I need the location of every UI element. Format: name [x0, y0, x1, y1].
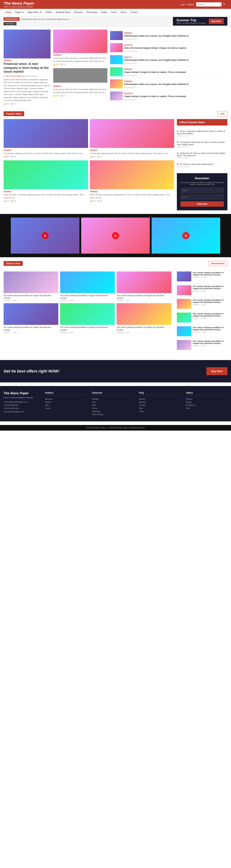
editors-item: Orci varius natoque penatibus et magnis …: [60, 303, 115, 333]
most-popular-num: 4.: [177, 162, 179, 165]
search-button[interactable]: 🔍: [222, 2, 227, 6]
footer-link[interactable]: Luxury: [45, 407, 51, 409]
footer-link[interactable]: Golf: [92, 401, 95, 403]
nav-health[interactable]: Health: [99, 9, 109, 16]
world-news-title[interactable]: Orci varius natoque penatibus et magnis …: [193, 313, 227, 317]
world-news-item: Orci varius natoque penatibus et magnis …: [177, 313, 227, 324]
right-news-img: [110, 91, 123, 100]
right-news-title[interactable]: Pellentesque mattis arcu massa, nec frin…: [124, 83, 189, 86]
right-news-title[interactable]: Sed a elit eiusmod augue semper congue s…: [124, 47, 186, 50]
play-button-1[interactable]: [41, 232, 49, 239]
info-badge: Info: [218, 111, 227, 116]
newsletter-subscribe-button[interactable]: Subscribe: [180, 201, 224, 207]
footer-link[interactable]: Horse Racing: [92, 413, 103, 415]
right-news-title[interactable]: Pellentesque mattis arcu massa, nec frin…: [124, 59, 189, 62]
video-thumb-1[interactable]: [11, 218, 79, 254]
list-item: Markets: [45, 401, 87, 404]
footer-link[interactable]: Aviation: [139, 398, 145, 400]
nav-travel[interactable]: Travel: [109, 9, 119, 16]
breaking-badge: Breaking News: [4, 17, 20, 21]
footer-link[interactable]: Tech: [45, 404, 49, 406]
nav-breaking[interactable]: Breaking News: [54, 9, 72, 16]
newsletter-name-input[interactable]: [180, 188, 224, 193]
editors-item-title[interactable]: Orci varius natoque penatibus et magnis …: [60, 294, 115, 300]
nav-business[interactable]: Business: [72, 9, 85, 16]
footer-link[interactable]: Luxury: [139, 410, 144, 412]
footer-link[interactable]: Traveler: [139, 404, 145, 406]
world-news-date: February 11, 2018: [193, 304, 227, 306]
world-news-content: Orci varius natoque penatibus et magnis …: [193, 299, 227, 309]
most-popular-date: APRIL 14, 2018: [177, 135, 227, 137]
editors-pick-badge: Editor's Pick: [4, 261, 23, 266]
editors-item-img: [60, 272, 115, 293]
editors-item-title[interactable]: Orci varius natoque penatibus et magnis …: [117, 326, 171, 331]
search-input[interactable]: [196, 3, 222, 6]
cta-buy-button[interactable]: Buy Now: [206, 367, 227, 375]
right-news-img: [110, 43, 123, 52]
editors-item: Orci varius natoque penatibus et magnis …: [117, 303, 171, 333]
nav-mega-menu[interactable]: Mega Menu ▼: [26, 9, 44, 16]
right-news-title[interactable]: Augue semper congue sit amet ac sapien. …: [124, 71, 186, 74]
pop-meta-1: 👍 392 💬 18: [4, 156, 88, 158]
world-news-title[interactable]: Orci varius natoque penatibus et magnis …: [193, 285, 227, 289]
site-title: The News Paper: [4, 1, 34, 6]
footer-link[interactable]: NBA: [92, 404, 96, 406]
pop-body-1: Consectetur adipiscing elit. Nam eu metu…: [4, 152, 88, 155]
nav-technology[interactable]: Technology: [85, 9, 99, 16]
nav-contact[interactable]: Contact: [128, 9, 140, 16]
nav-home[interactable]: Home: [4, 9, 13, 16]
video-section: [0, 214, 231, 257]
footer-link[interactable]: Football: [92, 398, 98, 400]
right-news-title[interactable]: Augue semper congue sit amet ac sapien. …: [124, 95, 186, 98]
world-news-title[interactable]: Orci varius natoque penatibus et magnis …: [193, 299, 227, 303]
featured-title[interactable]: Financial news: A new company is born to…: [4, 62, 51, 74]
footer-link[interactable]: Design: [186, 401, 192, 403]
right-news-cat: POLITICS: [124, 93, 186, 95]
footer-link[interactable]: Markets: [45, 401, 52, 403]
editors-item-title[interactable]: Orci varius natoque penatibus et magnis …: [4, 326, 58, 331]
footer-link[interactable]: Motorsport: [92, 410, 101, 412]
world-news-item: Orci varius natoque penatibus et magnis …: [177, 299, 227, 311]
pop-meta-3: 👍 392 💬 18: [4, 200, 88, 202]
newsletter-email-input[interactable]: [180, 194, 224, 200]
editors-item-title[interactable]: Orci varius natoque penatibus et magnis …: [4, 294, 58, 300]
world-news-title[interactable]: Orci varius natoque penatibus et magnis …: [193, 326, 227, 331]
pop-likes-1: 👍 392: [4, 156, 9, 158]
nav-pages[interactable]: Pages ▼: [13, 9, 26, 16]
center-article-1-image: [53, 30, 107, 53]
footer-link[interactable]: Other: [186, 407, 191, 409]
video-thumb-2[interactable]: [81, 218, 150, 254]
footer-link[interactable]: Tennis: [92, 407, 97, 409]
footer-link[interactable]: Pipeline: [186, 398, 192, 400]
footer-link[interactable]: Architecture: [186, 404, 196, 406]
play-button-3[interactable]: [182, 232, 190, 239]
pop-comments-2: 💬 10: [97, 156, 102, 158]
world-news-date: February 11, 2018: [193, 317, 227, 319]
banner-strip: Breaking News Lorem ipsum dolor sit amet…: [0, 16, 231, 27]
nav-sports[interactable]: Sports: [119, 9, 128, 16]
register-link[interactable]: Register: [187, 3, 194, 6]
nav-politics[interactable]: Politics: [44, 9, 54, 16]
featured-center: FINANCE Lorem ipsum dolor sit amet, cons…: [53, 30, 107, 105]
right-news-title[interactable]: Pellentesque mattis arcu massa, nec frin…: [124, 35, 189, 37]
login-link[interactable]: Login: [180, 3, 185, 6]
list-item: Other: [186, 407, 227, 410]
editors-item-title[interactable]: Orci varius natoque penatibus et magnis …: [60, 326, 115, 331]
buy-now-button[interactable]: Buy Now: [209, 19, 224, 24]
center-body-1: Lorem ipsum dolor sit amet, consectetur …: [53, 57, 107, 63]
footer-link[interactable]: Business: [139, 401, 146, 403]
footer-link[interactable]: Business: [45, 398, 53, 400]
most-popular-item: 2.Consectetur adipiscing elit. Nam eu me…: [177, 139, 227, 150]
right-news-img: [110, 31, 123, 40]
ticker-text: Lorem ipsum dolor sit amet, consectetur …: [21, 18, 71, 20]
footer-politics: Politics BusinessMarketsTechLuxury: [45, 392, 87, 416]
c2-comments: 💬 18: [61, 95, 65, 97]
play-button-2[interactable]: [112, 232, 119, 239]
world-news-title[interactable]: Orci varius natoque penatibus et magnis …: [193, 340, 227, 344]
world-news-title[interactable]: Orci varius natoque penatibus et magnis …: [193, 272, 227, 276]
popular-item-2: FINANCE Consectetur adipiscing elit. Nam…: [90, 119, 174, 158]
world-news-date: February 11, 2018: [193, 345, 227, 347]
footer-link[interactable]: Style: [139, 407, 143, 409]
editors-item-title[interactable]: Orci varius natoque penatibus et magnis …: [117, 294, 171, 300]
video-thumb-3[interactable]: [152, 218, 220, 254]
